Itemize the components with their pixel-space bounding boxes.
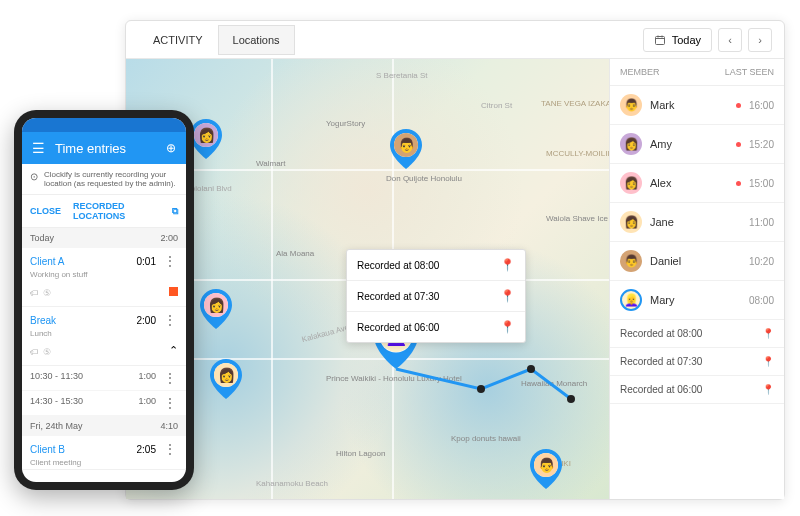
menu-icon[interactable]: ☰ bbox=[32, 140, 45, 156]
browser-body: YogurStory Walmart Don Quijote Honolulu … bbox=[126, 59, 784, 499]
map-label: Ala Moana bbox=[276, 249, 314, 258]
section-fri: Fri, 24th May4:10 bbox=[22, 416, 186, 436]
prev-day-button[interactable]: ‹ bbox=[718, 28, 742, 52]
location-pin-icon: 📍 bbox=[500, 320, 515, 334]
tab-locations[interactable]: Locations bbox=[218, 25, 295, 55]
popup-row[interactable]: Recorded at 06:00📍 bbox=[347, 312, 525, 342]
map-label: Kpop donuts hawaii bbox=[451, 434, 521, 443]
time-entry[interactable]: Client A0:01⋮ Working on stuff 🏷 ⑤ bbox=[22, 248, 186, 307]
map-label: Prince Waikiki - Honolulu Luxury Hotel bbox=[326, 374, 462, 383]
sidebar-header: MEMBER LAST SEEN bbox=[610, 59, 784, 86]
dollar-icon: ⑤ bbox=[43, 347, 51, 357]
date-label: Today bbox=[672, 34, 701, 46]
popup-row[interactable]: Recorded at 08:00📍 bbox=[347, 250, 525, 281]
map-label: Don Quijote Honolulu bbox=[386, 174, 462, 183]
date-nav: Today ‹ › bbox=[643, 28, 772, 52]
stop-button[interactable] bbox=[169, 287, 178, 296]
avatar: 👩 bbox=[620, 211, 642, 233]
page-title: Time entries bbox=[55, 141, 156, 156]
map-pin-member[interactable]: 👩 bbox=[200, 289, 232, 329]
status-bar bbox=[22, 118, 186, 132]
recorded-row[interactable]: Recorded at 07:30📍 bbox=[610, 348, 784, 376]
avatar: 👨 bbox=[620, 250, 642, 272]
map-label: S Beretania St bbox=[376, 71, 428, 80]
svg-rect-0 bbox=[655, 36, 664, 44]
phone-frame: ☰ Time entries ⊕ ⊙ Clockify is currently… bbox=[14, 110, 194, 490]
tab-activity[interactable]: ACTIVITY bbox=[138, 25, 218, 55]
tag-icon: 🏷 bbox=[30, 347, 39, 357]
recorded-locations-button[interactable]: RECORDED LOCATIONS ⧉ bbox=[73, 201, 178, 221]
date-picker[interactable]: Today bbox=[643, 28, 712, 52]
more-icon[interactable]: ⋮ bbox=[162, 371, 178, 385]
tabs: ACTIVITY Locations bbox=[138, 25, 295, 55]
calendar-icon bbox=[654, 34, 666, 46]
avatar: 👨 bbox=[620, 94, 642, 116]
map-label: Kahanamoku Beach bbox=[256, 479, 328, 488]
map-label: TANE VEGA IZAKAY bbox=[541, 99, 609, 108]
time-entry[interactable]: Client B2:05⋮ Client meeting bbox=[22, 436, 186, 470]
col-member[interactable]: MEMBER bbox=[620, 67, 660, 77]
next-day-button[interactable]: › bbox=[748, 28, 772, 52]
col-lastseen[interactable]: LAST SEEN bbox=[725, 67, 774, 77]
live-indicator bbox=[736, 181, 741, 186]
map-label: Citron St bbox=[481, 101, 512, 110]
location-pin-icon: 📍 bbox=[500, 258, 515, 272]
crosshair-icon: ⊙ bbox=[30, 171, 38, 182]
chevron-up-icon[interactable]: ⌃ bbox=[169, 344, 178, 357]
location-pin-icon: 📍 bbox=[762, 356, 774, 367]
member-row[interactable]: 👩Alex15:00 bbox=[610, 164, 784, 203]
member-row[interactable]: 👩Amy15:20 bbox=[610, 125, 784, 164]
sub-entry[interactable]: 10:30 - 11:301:00⋮ bbox=[22, 366, 186, 391]
map[interactable]: YogurStory Walmart Don Quijote Honolulu … bbox=[126, 59, 609, 499]
avatar: 👩 bbox=[620, 133, 642, 155]
map-label: Walmart bbox=[256, 159, 285, 168]
open-external-icon: ⧉ bbox=[172, 206, 178, 217]
popup-row[interactable]: Recorded at 07:30📍 bbox=[347, 281, 525, 312]
map-pin-member[interactable]: 👩 bbox=[210, 359, 242, 399]
more-icon[interactable]: ⋮ bbox=[162, 254, 178, 268]
avatar: 👩 bbox=[620, 172, 642, 194]
map-label: Hilton Lagoon bbox=[336, 449, 385, 458]
app-bar: ☰ Time entries ⊕ bbox=[22, 132, 186, 164]
web-app-window: ACTIVITY Locations Today ‹ › YogurStory … bbox=[125, 20, 785, 500]
map-label: Waiola Shave Ice bbox=[546, 214, 608, 223]
map-pin-member[interactable]: 👨 bbox=[390, 129, 422, 169]
member-row[interactable]: 👱‍♀️Mary08:00 bbox=[610, 281, 784, 320]
notice-text: Clockify is currently recording your loc… bbox=[44, 170, 178, 188]
gps-icon[interactable]: ⊕ bbox=[166, 141, 176, 155]
notice-actions: CLOSE RECORDED LOCATIONS ⧉ bbox=[22, 195, 186, 228]
location-history-popup: Recorded at 08:00📍 Recorded at 07:30📍 Re… bbox=[346, 249, 526, 343]
map-label: MCCULLY-MOILIILI bbox=[546, 149, 609, 158]
location-pin-icon: 📍 bbox=[762, 384, 774, 395]
avatar: 👱‍♀️ bbox=[620, 289, 642, 311]
live-indicator bbox=[736, 142, 741, 147]
location-pin-icon: 📍 bbox=[762, 328, 774, 339]
more-icon[interactable]: ⋮ bbox=[162, 442, 178, 456]
member-row[interactable]: 👨Daniel10:20 bbox=[610, 242, 784, 281]
time-entry[interactable]: Break2:00⋮ Lunch 🏷 ⑤⌃ bbox=[22, 307, 186, 366]
more-icon[interactable]: ⋮ bbox=[162, 313, 178, 327]
recorded-row[interactable]: Recorded at 08:00📍 bbox=[610, 320, 784, 348]
sub-entry[interactable]: 14:30 - 15:301:00⋮ bbox=[22, 391, 186, 416]
map-pin-member[interactable]: 👩 bbox=[190, 119, 222, 159]
map-label: Hawaiian Monarch bbox=[521, 379, 587, 388]
section-today: Today2:00 bbox=[22, 228, 186, 248]
tag-icon: 🏷 bbox=[30, 288, 39, 298]
map-label: YogurStory bbox=[326, 119, 365, 128]
recorded-row[interactable]: Recorded at 06:00📍 bbox=[610, 376, 784, 404]
location-pin-icon: 📍 bbox=[500, 289, 515, 303]
member-row[interactable]: 👩Jane11:00 bbox=[610, 203, 784, 242]
more-icon[interactable]: ⋮ bbox=[162, 396, 178, 410]
top-bar: ACTIVITY Locations Today ‹ › bbox=[126, 21, 784, 59]
close-button[interactable]: CLOSE bbox=[30, 201, 61, 221]
map-pin-member[interactable]: 👨 bbox=[530, 449, 562, 489]
live-indicator bbox=[736, 103, 741, 108]
phone-screen: ☰ Time entries ⊕ ⊙ Clockify is currently… bbox=[22, 118, 186, 482]
location-notice: ⊙ Clockify is currently recording your l… bbox=[22, 164, 186, 195]
member-row[interactable]: 👨Mark16:00 bbox=[610, 86, 784, 125]
members-sidebar: MEMBER LAST SEEN 👨Mark16:00 👩Amy15:20 👩A… bbox=[609, 59, 784, 499]
dollar-icon: ⑤ bbox=[43, 288, 51, 298]
